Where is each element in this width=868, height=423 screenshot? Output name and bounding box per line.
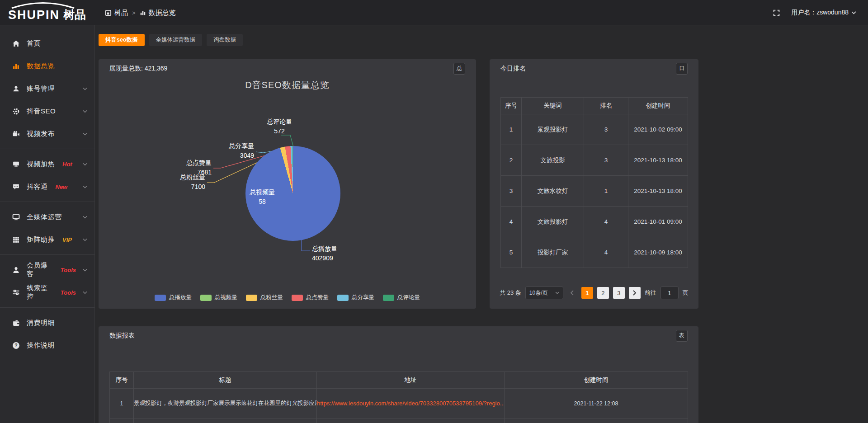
report-table: 序号 标题 地址 创建时间 1 景观投影灯，夜游景观投影灯厂家展示展示落花灯在花… xyxy=(109,371,688,423)
sidebar-divider xyxy=(0,254,94,255)
tab-douyin-seo-data[interactable]: 抖音seo数据 xyxy=(99,34,145,46)
sidebar-item-matrix-boost[interactable]: 矩阵助推 VIP xyxy=(0,228,94,251)
col-header: 关键词 xyxy=(522,98,584,114)
next-page-button[interactable] xyxy=(629,287,641,299)
sidebar-item-help[interactable]: ? 操作说明 xyxy=(0,334,94,357)
legend-item-comments[interactable]: 总评论量 xyxy=(383,294,420,301)
sidebar-item-label: 数据总览 xyxy=(27,62,55,70)
table-row: 4 文旅投影灯 4 2021-10-01 09:00 xyxy=(501,207,688,237)
legend-swatch xyxy=(337,295,349,301)
legend-item-likes[interactable]: 总点赞量 xyxy=(292,294,329,301)
gear-icon xyxy=(12,108,20,115)
display-icon xyxy=(12,160,20,168)
sidebar-item-video-publish[interactable]: 视频发布 xyxy=(0,122,94,145)
tab-inquiry-data[interactable]: 询盘数据 xyxy=(207,34,243,46)
chevron-down-icon xyxy=(83,132,87,136)
col-header: 创建时间 xyxy=(505,372,688,389)
sidebar-item-lead-monitor[interactable]: 线索监控 Tools xyxy=(0,281,94,304)
video-camera-icon xyxy=(12,130,20,138)
prev-page-button[interactable] xyxy=(567,287,577,299)
fullscreen-icon[interactable] xyxy=(773,9,780,17)
sidebar-divider xyxy=(0,202,94,202)
bar-chart-icon xyxy=(140,9,146,16)
data-tabs: 抖音seo数据 全媒体运营数据 询盘数据 xyxy=(99,34,243,46)
sidebar-item-douyin-seo[interactable]: 抖音SEO xyxy=(0,100,94,122)
video-link[interactable]: https://www.iesdouyin.com/share/video/70… xyxy=(317,400,505,407)
overview-panel: 展现量总数: 421,369 总 D音SEO数据量总览 总评论量572 总分享量… xyxy=(99,59,476,309)
legend-swatch xyxy=(155,295,166,301)
table-row: 2 文旅投影 3 2021-10-13 18:00 xyxy=(501,145,688,176)
new-badge: New xyxy=(56,183,68,190)
person-icon xyxy=(12,266,20,274)
page-button-2[interactable]: 2 xyxy=(597,287,609,299)
ranking-table: 序号 关键词 排名 创建时间 1 景观投影灯 3 2021-10-02 09:0… xyxy=(500,97,688,268)
wallet-icon xyxy=(12,319,20,327)
sidebar-divider xyxy=(0,149,94,149)
sidebar-item-label: 矩阵助推 xyxy=(27,235,55,244)
sidebar-item-data-overview[interactable]: 数据总览 xyxy=(0,55,94,77)
col-header: 创建时间 xyxy=(628,98,688,114)
breadcrumb-current-label: 数据总览 xyxy=(149,9,176,17)
pie-label-videos: 总视频量58 xyxy=(244,188,280,207)
logo-text-primary: SHUPIN xyxy=(8,8,60,22)
chart-legend: 总播放量 总视频量 总粉丝量 总点赞量 总分享量 总评论量 xyxy=(99,294,476,301)
total-count-label: 共 23 条 xyxy=(500,289,521,297)
col-header: 序号 xyxy=(501,98,522,114)
chevron-down-icon xyxy=(83,216,87,219)
page-button-1[interactable]: 1 xyxy=(581,287,593,299)
tab-media-operation-data[interactable]: 全媒体运营数据 xyxy=(149,34,203,46)
table-header-row: 序号 标题 地址 创建时间 xyxy=(110,372,688,389)
goto-page-input[interactable] xyxy=(660,287,679,299)
col-header: 地址 xyxy=(317,372,505,389)
header-right: 用户名：zswodun88 xyxy=(773,0,856,25)
breadcrumb-root-label: 树品 xyxy=(114,9,128,17)
table-row: 1 景观投影灯 3 2021-10-02 09:00 xyxy=(501,114,688,145)
legend-item-fans[interactable]: 总粉丝量 xyxy=(246,294,283,301)
chevron-down-icon xyxy=(83,87,87,90)
sidebar-item-douketong[interactable]: 抖客通 New xyxy=(0,175,94,198)
home-icon xyxy=(12,40,20,47)
day-toggle-button[interactable]: 日 xyxy=(676,63,688,75)
report-panel: 数据报表 表 序号 标题 地址 创建时间 1 景观投影灯，夜游景观投影灯厂家展示… xyxy=(99,326,698,423)
page-size-select[interactable]: 10条/页 xyxy=(525,287,563,299)
total-toggle-button[interactable]: 总 xyxy=(453,63,465,75)
legend-item-plays[interactable]: 总播放量 xyxy=(155,294,192,301)
sidebar-item-consumption-detail[interactable]: 消费明细 xyxy=(0,311,94,334)
pie-label-plays: 总播放量402909 xyxy=(312,244,362,263)
sidebar-item-media-operation[interactable]: 全媒体运营 xyxy=(0,206,94,228)
sidebar-item-account[interactable]: 账号管理 xyxy=(0,77,94,100)
chevron-down-icon xyxy=(83,185,87,188)
sidebar-item-home[interactable]: 首页 xyxy=(0,32,94,55)
username-label: 用户名：zswodun88 xyxy=(791,9,849,17)
bar-chart-icon xyxy=(12,62,20,70)
table-toggle-button[interactable]: 表 xyxy=(676,330,688,342)
sidebar-item-member-blast[interactable]: 会员爆客 Tools xyxy=(0,258,94,281)
sidebar-item-label: 操作说明 xyxy=(27,341,55,350)
question-circle-icon: ? xyxy=(12,342,20,349)
overview-panel-title: 展现量总数: 421,369 xyxy=(109,65,167,73)
col-header: 排名 xyxy=(584,98,628,114)
legend-item-videos[interactable]: 总视频量 xyxy=(200,294,237,301)
breadcrumb-root[interactable]: 树品 xyxy=(105,9,128,17)
top-header: SHUPIN 树品 树品 > 数据总览 用户名：zswodun88 xyxy=(0,0,868,25)
sidebar: 首页 数据总览 账号管理 抖音SEO 视频发布 视频加热 Hot 抖客通 New… xyxy=(0,25,95,423)
grid-icon xyxy=(12,236,20,244)
sidebar-item-label: 视频发布 xyxy=(27,130,55,138)
table-row: 1 景观投影灯，夜游景观投影灯厂家展示展示落花灯在花园里的灯光投影应用效果 #.… xyxy=(110,389,688,418)
sidebar-item-label: 账号管理 xyxy=(27,85,55,93)
logo-arc xyxy=(9,2,77,9)
legend-swatch xyxy=(200,295,212,301)
breadcrumb-separator: > xyxy=(132,9,136,16)
legend-swatch xyxy=(383,295,394,301)
chevron-down-icon xyxy=(555,291,559,294)
legend-item-shares[interactable]: 总分享量 xyxy=(337,294,374,301)
page-button-3[interactable]: 3 xyxy=(613,287,625,299)
user-menu[interactable]: 用户名：zswodun88 xyxy=(791,9,856,17)
chevron-down-icon xyxy=(83,268,87,272)
sidebar-item-video-heat[interactable]: 视频加热 Hot xyxy=(0,153,94,175)
ranking-panel-title: 今日排名 xyxy=(500,65,526,73)
table-row: 3 文旅水纹灯 1 2021-10-13 18:00 xyxy=(501,176,688,207)
tools-badge: Tools xyxy=(61,267,76,273)
sidebar-item-label: 首页 xyxy=(27,39,41,48)
pie-label-shares: 总分享量3049 xyxy=(212,141,254,160)
